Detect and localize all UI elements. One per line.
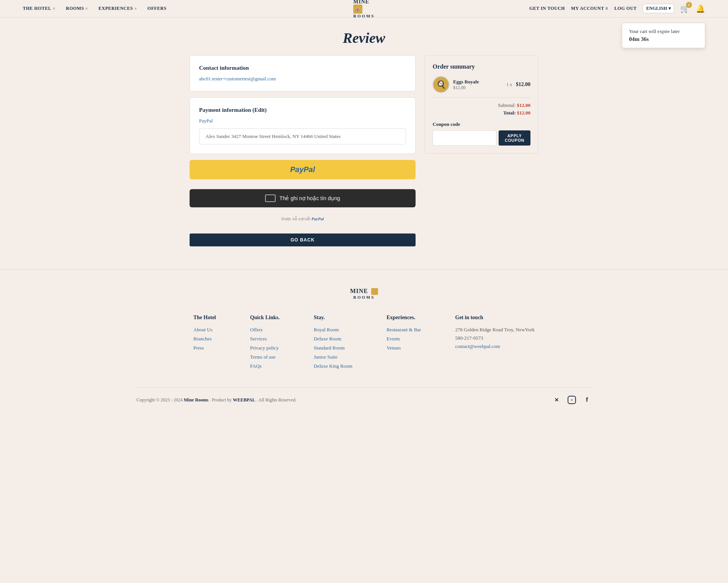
footer-address: 278 Golden Ridge Road Troy, NewYork xyxy=(455,327,535,333)
footer-col-experiences-title: Experiences. xyxy=(386,315,421,321)
order-summary-card: Order summary 🍳 Eggs Royale $12.00 1 x $… xyxy=(425,55,538,154)
footer-link-standard-room[interactable]: Standard Room xyxy=(314,345,353,351)
footer-col-the-hotel: The Hotel About Us Branches Press xyxy=(193,315,216,372)
contact-email: abc01.tester+customertest@gmail.com xyxy=(199,76,406,82)
paypal-payment-button[interactable]: PayPal xyxy=(190,160,416,179)
footer-logo[interactable]: MINE ROOMS xyxy=(23,288,705,299)
header-right: GET IN TOUCH MY ACCOUNT ≡ LOG OUT ENGLIS… xyxy=(529,4,705,13)
footer-link-deluxe-king-room[interactable]: Deluxe King Room xyxy=(314,363,353,369)
cart-button[interactable]: 🛒 1 xyxy=(680,4,690,13)
order-item: 🍳 Eggs Royale $12.00 1 x $12.00 xyxy=(433,76,530,98)
footer-link-press[interactable]: Press xyxy=(193,345,216,351)
total-row: Total: $12.00 xyxy=(433,110,530,116)
left-panel: Contact information abc01.tester+custome… xyxy=(190,55,416,246)
notification-bell-icon[interactable]: 🔔 xyxy=(696,4,705,13)
footer-col-experiences: Experiences. Restaurant & Bar Events Ven… xyxy=(386,315,421,372)
coupon-label: Coupon code xyxy=(433,121,530,127)
footer-phone: 580-217-9573 xyxy=(455,335,535,341)
footer-col-the-hotel-title: The Hotel xyxy=(193,315,216,321)
order-totals: Subtotal: $12.00 Total: $12.00 xyxy=(433,102,530,116)
footer-link-about-us[interactable]: About Us xyxy=(193,327,216,333)
footer-link-branches[interactable]: Branches xyxy=(193,336,216,342)
footer-link-terms[interactable]: Terms of use xyxy=(250,354,280,360)
payment-info-card: Payment information (Edit) PayPal Alex S… xyxy=(190,97,416,154)
footer-link-restaurant-bar[interactable]: Restaurant & Bar xyxy=(386,327,421,333)
footer-logo-text: MINE xyxy=(23,288,705,295)
logo-icon: 🏨 xyxy=(353,5,362,14)
footer-link-venues[interactable]: Venues xyxy=(386,345,421,351)
nav-log-out[interactable]: LOG OUT xyxy=(614,6,637,11)
contact-info-title: Contact information xyxy=(199,65,406,71)
facebook-icon[interactable] xyxy=(582,395,592,404)
card-payment-button[interactable]: Thẻ ghi nợ hoặc tín dụng xyxy=(190,189,416,207)
billing-address: Alex Sander 3427 Monroe Street Hemlock, … xyxy=(199,129,406,144)
logo-rooms-text: ROOMS xyxy=(353,14,375,18)
footer-link-services[interactable]: Services xyxy=(250,336,280,342)
footer-logo-sub: ROOMS xyxy=(23,295,705,299)
logo[interactable]: MINE 🏨 ROOMS xyxy=(353,0,375,18)
right-panel: Order summary 🍳 Eggs Royale $12.00 1 x $… xyxy=(425,55,538,246)
logo-mine-text: MINE 🏨 xyxy=(353,0,375,14)
twitter-x-icon[interactable] xyxy=(552,395,561,404)
order-item-qty: 1 x xyxy=(507,82,512,88)
footer-col-stay: Stay. Royal Room Deluxe Room Standard Ro… xyxy=(314,315,353,372)
page-title-section: Review xyxy=(0,17,728,55)
nav-experiences[interactable]: EXPERIENCES ≡ xyxy=(99,6,137,11)
order-item-image: 🍳 xyxy=(433,76,449,93)
cart-tooltip-timer: 04m 36s xyxy=(629,36,698,42)
footer-link-events[interactable]: Events xyxy=(386,336,421,342)
footer-col-quick-links-title: Quick Links. xyxy=(250,315,280,321)
payment-info-title: Payment information (Edit) xyxy=(199,107,406,113)
brand-name: Mine Rooms xyxy=(184,397,209,403)
payment-method: PayPal xyxy=(199,118,406,124)
footer-col-stay-title: Stay. xyxy=(314,315,353,321)
footer-logo-icon xyxy=(371,288,378,295)
powered-by-label: Được hỗ trợ bởi PayPal xyxy=(190,216,416,221)
footer-link-privacy[interactable]: Privacy policy xyxy=(250,345,280,351)
cart-tooltip-message: Your cart will expire later xyxy=(629,28,698,34)
credit-card-icon xyxy=(265,194,276,202)
nav-offers[interactable]: OFFERS xyxy=(147,6,166,11)
rooms-menu-icon: ≡ xyxy=(86,6,88,11)
order-item-total: $12.00 xyxy=(516,81,531,88)
nav-left: THE HOTEL ≡ ROOMS ≡ EXPERIENCES ≡ OFFERS xyxy=(23,6,166,11)
footer-email[interactable]: contact@weebpal.com xyxy=(455,343,500,349)
subtotal-row: Subtotal: $12.00 xyxy=(433,102,530,108)
social-icons xyxy=(552,395,592,404)
product-by: WEEBPAL xyxy=(233,397,255,403)
order-item-info: Eggs Royale $12.00 xyxy=(453,79,503,91)
page-title: Review xyxy=(0,30,728,46)
footer-columns: The Hotel About Us Branches Press Quick … xyxy=(193,315,535,372)
nav-rooms[interactable]: ROOMS ≡ xyxy=(66,6,88,11)
copyright: Copyright © 2023 - 2024 Mine Rooms . Pro… xyxy=(136,397,297,403)
footer-link-faqs[interactable]: FAQs xyxy=(250,363,280,369)
footer-col-quick-links: Quick Links. Offers Services Privacy pol… xyxy=(250,315,280,372)
header: THE HOTEL ≡ ROOMS ≡ EXPERIENCES ≡ OFFERS… xyxy=(0,0,728,17)
the-hotel-menu-icon: ≡ xyxy=(53,6,55,11)
my-account-menu-icon: ≡ xyxy=(606,6,608,11)
cart-tooltip: Your cart will expire later 04m 36s xyxy=(622,23,705,48)
paypal-button-label: PayPal xyxy=(290,165,315,174)
language-selector[interactable]: ENGLISH ▾ xyxy=(643,4,674,13)
footer-bottom: Copyright © 2023 - 2024 Mine Rooms . Pro… xyxy=(136,387,592,404)
order-item-price: $12.00 xyxy=(453,85,503,91)
coupon-row: APPLY COUPON xyxy=(433,130,530,146)
footer-link-deluxe-room[interactable]: Deluxe Room xyxy=(314,336,353,342)
footer-col-contact-title: Get in touch xyxy=(455,315,535,321)
main-content: Contact information abc01.tester+custome… xyxy=(182,55,546,246)
footer-link-royal-room[interactable]: Royal Room xyxy=(314,327,353,333)
coupon-input[interactable] xyxy=(433,130,496,146)
footer-link-junior-suite[interactable]: Junior Suite xyxy=(314,354,353,360)
nav-get-in-touch[interactable]: GET IN TOUCH xyxy=(529,6,565,11)
footer-col-contact: Get in touch 278 Golden Ridge Road Troy,… xyxy=(455,315,535,372)
powered-by-brand: PayPal xyxy=(312,216,324,221)
coupon-section: Coupon code APPLY COUPON xyxy=(433,121,530,146)
order-item-name: Eggs Royale xyxy=(453,79,503,85)
go-back-button[interactable]: GO BACK xyxy=(190,234,416,246)
nav-my-account[interactable]: MY ACCOUNT ≡ xyxy=(571,6,608,11)
footer-link-offers[interactable]: Offers xyxy=(250,327,280,333)
nav-the-hotel[interactable]: THE HOTEL ≡ xyxy=(23,6,55,11)
cart-badge: 1 xyxy=(686,2,692,8)
instagram-icon[interactable] xyxy=(567,395,576,404)
apply-coupon-button[interactable]: APPLY COUPON xyxy=(499,130,530,146)
